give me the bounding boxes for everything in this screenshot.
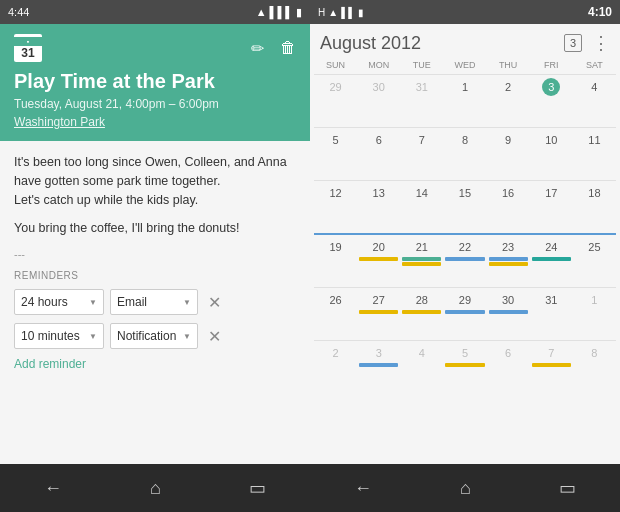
cal-day[interactable]: 16 [487, 181, 530, 233]
cal-day[interactable]: 28 [400, 288, 443, 340]
cal-month-label: ▪ [14, 37, 42, 46]
event-title: Play Time at the Park [14, 70, 296, 93]
event-bar [489, 257, 528, 261]
day-sat: SAT [573, 58, 616, 72]
cal-day[interactable]: 20 [357, 235, 400, 287]
divider: --- [14, 248, 296, 260]
header-actions: ✏ 🗑 [251, 39, 296, 58]
cal-day[interactable]: 5 [443, 341, 486, 393]
cal-day[interactable]: 30 [357, 75, 400, 127]
cal-day[interactable]: 30 [487, 288, 530, 340]
event-detail-panel: 4:44 ▲ ▌▌▌ ▮ ▪ 31 ✏ 🗑 Play Time at the P… [0, 0, 310, 512]
event-header-top: ▪ 31 ✏ 🗑 [14, 34, 296, 62]
reminder-time-1[interactable]: 24 hours ▼ [14, 289, 104, 315]
home-button-left[interactable]: ⌂ [150, 478, 161, 499]
calendar-grid: SUN MON TUE WED THU FRI SAT 29 30 31 1 2… [310, 58, 620, 464]
cal-day[interactable]: 31 [530, 288, 573, 340]
home-button-right[interactable]: ⌂ [460, 478, 471, 499]
signal-icon-right: ▌▌ [341, 7, 355, 18]
cal-day[interactable]: 18 [573, 181, 616, 233]
cal-day[interactable]: 25 [573, 235, 616, 287]
battery-icon-right: ▮ [358, 7, 364, 18]
cal-day[interactable]: 8 [573, 341, 616, 393]
cal-day[interactable]: 5 [314, 128, 357, 180]
cal-day[interactable]: 17 [530, 181, 573, 233]
cal-day[interactable]: 15 [443, 181, 486, 233]
delete-icon[interactable]: 🗑 [280, 39, 296, 57]
add-reminder-button[interactable]: Add reminder [14, 357, 296, 371]
recents-button-left[interactable]: ▭ [249, 477, 266, 499]
cal-day[interactable]: 8 [443, 128, 486, 180]
back-button-right[interactable]: ← [354, 478, 372, 499]
event-bar [445, 310, 484, 314]
event-location[interactable]: Washington Park [14, 115, 296, 129]
dropdown-arrow: ▼ [183, 332, 191, 341]
dropdown-arrow: ▼ [183, 298, 191, 307]
edit-icon[interactable]: ✏ [251, 39, 264, 58]
cal-day[interactable]: 19 [314, 235, 357, 287]
cal-day[interactable]: 22 [443, 235, 486, 287]
calendar-icon[interactable]: ▪ 31 [14, 34, 42, 62]
reminder-time-2[interactable]: 10 minutes ▼ [14, 323, 104, 349]
calendar-panel: H ▲ ▌▌ ▮ 4:10 August 2012 3 ⋮ SUN MON TU… [310, 0, 620, 512]
status-icons-left: ▲ ▌▌▌ ▮ [256, 6, 302, 19]
day-sun: SUN [314, 58, 357, 72]
day-wed: WED [443, 58, 486, 72]
day-tue: TUE [400, 58, 443, 72]
cal-day[interactable]: 11 [573, 128, 616, 180]
reminder-type-1[interactable]: Email ▼ [110, 289, 198, 315]
day-mon: MON [357, 58, 400, 72]
reminder-type-2[interactable]: Notification ▼ [110, 323, 198, 349]
cal-day[interactable]: 10 [530, 128, 573, 180]
event-bar [532, 257, 571, 261]
calendar-weeks: 29 30 31 1 2 3 4 5 6 7 8 9 10 11 [314, 74, 616, 393]
back-button-left[interactable]: ← [44, 478, 62, 499]
cal-day[interactable]: 24 [530, 235, 573, 287]
bottom-nav-right: ← ⌂ ▭ [310, 464, 620, 512]
cal-day[interactable]: 23 [487, 235, 530, 287]
calendar-header: August 2012 3 ⋮ [310, 24, 620, 58]
recents-button-right[interactable]: ▭ [559, 477, 576, 499]
bottom-nav-left: ← ⌂ ▭ [0, 464, 310, 512]
cal-day[interactable]: 12 [314, 181, 357, 233]
remove-reminder-1[interactable]: ✕ [208, 293, 221, 312]
cal-day[interactable]: 2 [487, 75, 530, 127]
cal-day[interactable]: 29 [443, 288, 486, 340]
cal-day[interactable]: 7 [530, 341, 573, 393]
battery-icon: ▮ [296, 6, 302, 19]
cal-day[interactable]: 7 [400, 128, 443, 180]
cal-day[interactable]: 4 [573, 75, 616, 127]
cal-day[interactable]: 9 [487, 128, 530, 180]
cal-week-1: 29 30 31 1 2 3 4 [314, 74, 616, 127]
cal-day[interactable]: 4 [400, 341, 443, 393]
cal-day[interactable]: 6 [487, 341, 530, 393]
event-description-1: It's been too long since Owen, Colleen, … [14, 153, 296, 209]
cal-day[interactable]: 1 [443, 75, 486, 127]
status-bar-right: H ▲ ▌▌ ▮ 4:10 [310, 0, 620, 24]
status-right-time: 4:10 [588, 5, 612, 19]
today-badge[interactable]: 3 [564, 34, 582, 52]
event-bar [359, 310, 398, 314]
cal-day[interactable]: 6 [357, 128, 400, 180]
more-options-icon[interactable]: ⋮ [592, 32, 610, 54]
cal-day[interactable]: 3 [357, 341, 400, 393]
cal-day[interactable]: 2 [314, 341, 357, 393]
remove-reminder-2[interactable]: ✕ [208, 327, 221, 346]
cal-week-5: 26 27 28 29 30 31 [314, 287, 616, 340]
cal-day[interactable]: 21 [400, 235, 443, 287]
cal-day[interactable]: 31 [400, 75, 443, 127]
cal-day[interactable]: 29 [314, 75, 357, 127]
cal-day[interactable]: 1 [573, 288, 616, 340]
cal-day[interactable]: 26 [314, 288, 357, 340]
cal-day-today[interactable]: 3 [530, 75, 573, 127]
cal-day[interactable]: 27 [357, 288, 400, 340]
event-bar [402, 310, 441, 314]
day-thu: THU [487, 58, 530, 72]
signal-icon: ▌▌▌ [270, 6, 293, 18]
cal-day-number: 31 [21, 46, 34, 60]
event-header: ▪ 31 ✏ 🗑 Play Time at the Park Tuesday, … [0, 24, 310, 141]
cal-day[interactable]: 13 [357, 181, 400, 233]
event-bar [489, 262, 528, 266]
month-year-title: August 2012 [320, 33, 421, 54]
cal-day[interactable]: 14 [400, 181, 443, 233]
